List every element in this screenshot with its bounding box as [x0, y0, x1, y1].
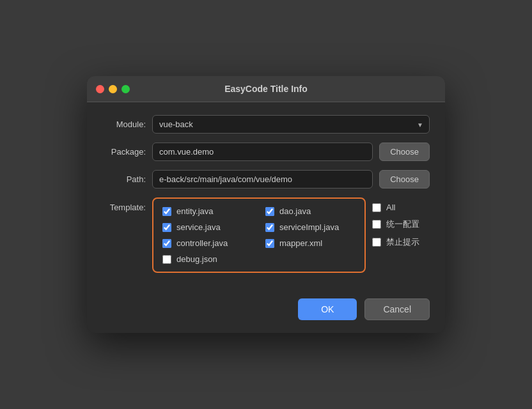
dialog-body: Module: vue-back ▼ Package: Choose Path:…: [87, 102, 445, 288]
debug-checkbox[interactable]: [162, 255, 171, 264]
package-input[interactable]: [152, 143, 373, 161]
list-item: serviceImpl.java: [265, 222, 356, 232]
list-item: controller.java: [162, 238, 253, 248]
title-bar: EasyCode Title Info: [87, 76, 445, 102]
list-item: service.java: [162, 222, 253, 232]
checkboxes-panel: entity.java dao.java service.java servic…: [152, 197, 366, 273]
right-options: All 统一配置 禁止提示: [372, 197, 430, 273]
cancel-button[interactable]: Cancel: [364, 298, 430, 320]
dao-label: dao.java: [279, 206, 311, 216]
package-label: Package:: [102, 147, 146, 157]
dialog-footer: OK Cancel: [87, 288, 445, 333]
nodisplay-option: 禁止提示: [372, 236, 430, 248]
ok-button[interactable]: OK: [298, 298, 357, 320]
unified-label: 统一配置: [386, 219, 419, 230]
serviceimpl-label: serviceImpl.java: [279, 222, 339, 232]
package-row: Package: Choose: [102, 143, 430, 161]
module-label: Module:: [102, 120, 146, 129]
traffic-lights: [96, 85, 130, 93]
unified-checkbox[interactable]: [372, 220, 381, 229]
nodisplay-label: 禁止提示: [386, 236, 419, 248]
mapper-label: mapper.xml: [279, 238, 322, 248]
controller-label: controller.java: [176, 238, 228, 248]
module-select-wrapper: vue-back ▼: [152, 115, 430, 134]
entity-label: entity.java: [176, 206, 214, 216]
all-label: All: [386, 203, 395, 212]
template-label: Template:: [102, 197, 146, 212]
list-item: debug.json: [162, 254, 253, 264]
controller-checkbox[interactable]: [162, 239, 171, 248]
maximize-icon[interactable]: [121, 85, 130, 93]
package-choose-button[interactable]: Choose: [379, 143, 430, 161]
entity-checkbox[interactable]: [162, 207, 171, 216]
list-item: entity.java: [162, 206, 253, 216]
list-item: dao.java: [265, 206, 356, 216]
service-checkbox[interactable]: [162, 223, 171, 232]
template-row: Template: entity.java dao.java service.j…: [102, 197, 430, 273]
unified-option: 统一配置: [372, 219, 430, 230]
nodisplay-checkbox[interactable]: [372, 238, 381, 247]
module-select[interactable]: vue-back: [152, 115, 430, 134]
list-item: mapper.xml: [265, 238, 356, 248]
template-inner: entity.java dao.java service.java servic…: [152, 197, 430, 273]
path-label: Path:: [102, 174, 146, 184]
path-input[interactable]: [152, 170, 373, 189]
dao-checkbox[interactable]: [265, 207, 274, 216]
dialog: EasyCode Title Info Module: vue-back ▼ P…: [87, 76, 445, 333]
mapper-checkbox[interactable]: [265, 239, 274, 248]
dialog-title: EasyCode Title Info: [224, 84, 308, 94]
module-row: Module: vue-back ▼: [102, 115, 430, 134]
path-choose-button[interactable]: Choose: [379, 170, 430, 189]
close-icon[interactable]: [96, 85, 104, 93]
serviceimpl-checkbox[interactable]: [265, 223, 274, 232]
path-row: Path: Choose: [102, 170, 430, 189]
service-label: service.java: [176, 222, 221, 232]
all-option: All: [372, 203, 430, 212]
minimize-icon[interactable]: [109, 85, 117, 93]
debug-label: debug.json: [176, 254, 217, 264]
all-checkbox[interactable]: [372, 203, 381, 212]
